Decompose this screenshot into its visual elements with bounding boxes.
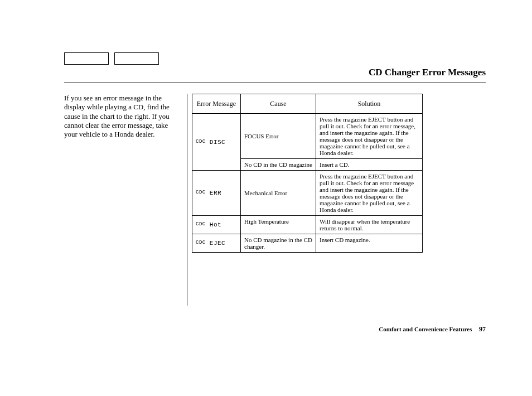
display-disc: CDC DISC [192, 114, 241, 171]
table-row: CDC Hot High Temperature Will disappear … [192, 216, 423, 234]
table-row: CDC DISC FOCUS Error Press the magazine … [192, 114, 423, 159]
page-title: CD Changer Error Messages [369, 67, 486, 78]
col-solution: Solution [316, 94, 423, 114]
display-prefix: CDC [196, 221, 206, 227]
display-prefix: CDC [196, 240, 206, 245]
cell-solution: Press the magazine EJECT button and pull… [316, 114, 423, 159]
col-error-message: Error Message [192, 94, 241, 114]
display-ejec: CDC EJEC [192, 234, 241, 253]
display-prefix: CDC [196, 139, 206, 144]
display-hot: CDC Hot [192, 216, 241, 234]
display-main: EJEC [210, 240, 225, 247]
error-table: Error Message Cause Solution CDC DISC FO… [192, 94, 423, 253]
intro-text: If you see an error message in the displ… [64, 94, 179, 139]
display-main: DISC [210, 139, 225, 146]
display-main: Hot [210, 221, 221, 228]
cell-cause: No CD magazine in the CD changer. [241, 234, 316, 253]
cell-solution: Press the magazine EJECT button and pull… [316, 171, 423, 216]
cell-solution: Insert a CD. [316, 159, 423, 171]
tab-placeholder-1 [64, 52, 109, 65]
cell-solution: Will disappear when the temperature retu… [316, 216, 423, 234]
col-cause: Cause [241, 94, 316, 114]
display-err: CDC ERR [192, 171, 241, 216]
table-row: CDC EJEC No CD magazine in the CD change… [192, 234, 423, 253]
page-number: 97 [479, 325, 486, 333]
cell-cause: No CD in the CD magazine [241, 159, 316, 171]
title-row: CD Changer Error Messages [64, 67, 486, 83]
cell-cause: FOCUS Error [241, 114, 316, 159]
section-label: Comfort and Convenience Features [379, 326, 472, 332]
cell-solution: Insert CD magazine. [316, 234, 423, 253]
display-prefix: CDC [196, 190, 206, 195]
tab-placeholder-2 [114, 52, 159, 65]
display-main: ERR [210, 190, 221, 196]
table-row: CDC ERR Mechanical Error Press the magaz… [192, 171, 423, 216]
cell-cause: Mechanical Error [241, 171, 316, 216]
table-header-row: Error Message Cause Solution [192, 94, 423, 114]
cell-cause: High Temperature [241, 216, 316, 234]
page-footer: Comfort and Convenience Features 97 [379, 325, 486, 334]
top-tabs [64, 52, 162, 65]
error-table-container: Error Message Cause Solution CDC DISC FO… [187, 94, 423, 306]
content: If you see an error message in the displ… [64, 94, 486, 306]
